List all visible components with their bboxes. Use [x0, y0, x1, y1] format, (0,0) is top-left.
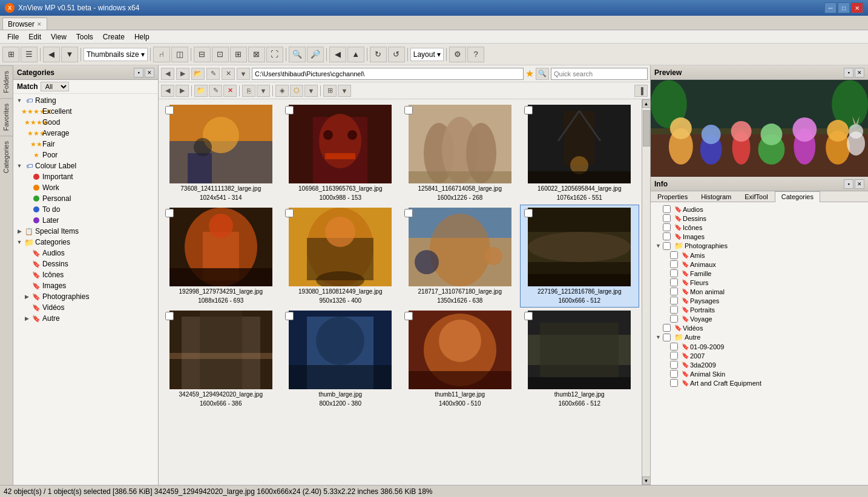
address-input[interactable] — [252, 68, 524, 80]
cat-01-09-2009[interactable]: 🔖 01-09-2009 — [653, 342, 866, 351]
cat-check-famille[interactable] — [670, 269, 678, 277]
thumb-check-4[interactable] — [524, 106, 533, 114]
tree-item-icones[interactable]: 🔖 Icônes — [13, 269, 158, 280]
thumb-cell-6[interactable]: 193080_1180812449_large.jpg 950x1326 - 4… — [281, 205, 401, 308]
tree-item-later[interactable]: Later — [13, 215, 158, 226]
tree-item-special[interactable]: ▶ 📋 Special Items — [13, 226, 158, 237]
nav-copy-drop[interactable]: ▼ — [257, 85, 270, 97]
cat-3da2009[interactable]: 🔖 3da2009 — [653, 360, 866, 369]
thumb-check-11[interactable] — [404, 312, 413, 320]
view-mode-2[interactable]: ⊡ — [212, 47, 229, 62]
expand-colour[interactable]: ▼ — [16, 163, 23, 169]
preview-close-btn[interactable]: ✕ — [855, 68, 864, 77]
cat-check-photographies[interactable] — [663, 242, 671, 250]
scroll-down-arrow[interactable]: ▼ — [642, 476, 651, 485]
nav-copy[interactable]: ⎘ — [242, 85, 255, 97]
zoom-out-button[interactable]: 🔍 — [289, 47, 306, 62]
info-close-btn[interactable]: ✕ — [855, 179, 864, 189]
cat-amis[interactable]: 🔖 Amis — [653, 251, 866, 260]
cat-check-amis[interactable] — [670, 251, 678, 259]
close-button[interactable]: ✕ — [851, 2, 863, 13]
expand-photographies[interactable]: ▶ — [23, 294, 30, 300]
thumb-cell-11[interactable]: thumb11_large.jpg 1400x900 - 510 — [400, 308, 520, 410]
menu-file[interactable]: File — [2, 31, 24, 42]
cat-check-videos[interactable] — [663, 324, 671, 332]
cat-images[interactable]: 🔖 Images — [653, 232, 866, 241]
thumb-check-10[interactable] — [285, 312, 294, 320]
help-button[interactable]: ? — [467, 47, 484, 62]
cat-expand-autre[interactable]: ▼ — [656, 334, 663, 340]
thumb-cell-9[interactable]: 342459_1294942020_large.jpg 1600x666 - 3… — [161, 308, 281, 410]
cat-paysages[interactable]: 🔖 Paysages — [653, 296, 866, 305]
cat-animaux[interactable]: 🔖 Animaux — [653, 260, 866, 269]
cat-check-monanimal[interactable] — [670, 288, 678, 295]
view-list-button[interactable]: ☰ — [21, 47, 38, 62]
expand-autre[interactable]: ▶ — [23, 315, 30, 321]
thumb-check-8[interactable] — [524, 209, 533, 217]
cat-check-autre[interactable] — [663, 334, 671, 341]
zoom-in-button[interactable]: 🔎 — [307, 47, 324, 62]
cat-check-paysages[interactable] — [670, 297, 678, 304]
thumb-cell-12[interactable]: thumb12_large.jpg 1600x666 - 512 — [520, 308, 640, 410]
view-mode-1[interactable]: ⊟ — [194, 47, 211, 62]
thumb-cell-1[interactable]: 73608_1241111382_large.jpg 1024x541 - 31… — [161, 102, 281, 205]
thumb-cell-5[interactable]: 192998_1279734291_large.jpg 1088x1626 - … — [161, 205, 281, 308]
thumb-cell-2[interactable]: 106968_1163965763_large.jpg 1000x988 - 1… — [281, 102, 401, 205]
tree-item-personal[interactable]: Personal — [13, 193, 158, 204]
tree-item-colour-label[interactable]: ▼ 🏷 Colour Label — [13, 160, 158, 171]
tab-properties[interactable]: Properties — [651, 191, 694, 202]
nav-filter2[interactable]: ⬡ — [290, 85, 303, 97]
tree-item-work[interactable]: Work — [13, 182, 158, 193]
browser-tab-close[interactable]: ✕ — [37, 21, 42, 27]
menu-help[interactable]: Help — [130, 31, 154, 42]
expand-special[interactable]: ▶ — [16, 228, 23, 234]
nav-up-button[interactable]: ▲ — [347, 47, 364, 62]
thumbnails-size-dropdown[interactable]: Thumbnails size ▾ — [84, 48, 148, 61]
cat-check-dessins[interactable] — [663, 214, 671, 222]
addr-back[interactable]: ◀ — [161, 68, 174, 80]
addr-delete[interactable]: ✕ — [222, 68, 235, 80]
nav-folder[interactable]: 📁 — [194, 85, 208, 97]
nav-panel-toggle[interactable]: ▐ — [634, 85, 648, 97]
nav-edit[interactable]: ✎ — [209, 85, 222, 97]
tree-item-dessins[interactable]: 🔖 Dessins — [13, 258, 158, 269]
forward-button-arrow[interactable]: ▼ — [61, 47, 78, 62]
tree-item-average[interactable]: ★★★ Average — [13, 128, 158, 139]
tree-item-autre[interactable]: ▶ 🔖 Autre — [13, 313, 158, 324]
tree-item-categories[interactable]: ▼ 📁 Categories — [13, 237, 158, 248]
browser-tab[interactable]: Browser ✕ — [2, 18, 47, 30]
tree-item-videos[interactable]: 🔖 Vidéos — [13, 302, 158, 313]
addr-forward[interactable]: ▶ — [176, 68, 189, 80]
fullscreen-button[interactable]: ⛶ — [266, 47, 283, 62]
cat-check-animal-skin[interactable] — [670, 370, 678, 378]
menu-edit[interactable]: Edit — [24, 31, 46, 42]
cat-famille[interactable]: 🔖 Famille — [653, 269, 866, 278]
expand-rating[interactable]: ▼ — [16, 97, 23, 104]
menu-create[interactable]: Create — [98, 31, 130, 42]
thumb-check-2[interactable] — [285, 106, 294, 114]
thumb-check-9[interactable] — [165, 312, 174, 320]
side-tab-folders[interactable]: Folders — [0, 65, 13, 98]
cat-check-voyage[interactable] — [670, 315, 678, 323]
thumb-check-7[interactable] — [404, 209, 413, 217]
cat-check-animaux[interactable] — [670, 260, 678, 268]
categories-panel-restore[interactable]: ▪ — [134, 68, 143, 77]
cat-autre[interactable]: ▼ 📁 Autre — [653, 332, 866, 342]
layout-dropdown[interactable]: Layout ▾ — [410, 48, 444, 61]
cat-photographies[interactable]: ▼ 📁 Photographies — [653, 241, 866, 251]
addr-folder-open[interactable]: 📂 — [191, 68, 205, 80]
refresh2-button[interactable]: ↺ — [388, 47, 405, 62]
maximize-button[interactable]: □ — [838, 2, 850, 13]
categories-panel-close[interactable]: ✕ — [145, 68, 154, 77]
tree-item-excellent[interactable]: ★★★★★ Excellent — [13, 106, 158, 117]
cat-check-2007[interactable] — [670, 352, 678, 360]
side-tab-favorites[interactable]: Favorites — [0, 98, 13, 136]
cat-check-icones[interactable] — [663, 223, 671, 231]
cat-check-01-09-2009[interactable] — [670, 343, 678, 351]
cat-check-portraits[interactable] — [670, 306, 678, 314]
back-button[interactable]: ◀ — [43, 47, 60, 62]
sort-button[interactable]: ⑁ — [153, 47, 170, 62]
tree-item-todo[interactable]: To do — [13, 204, 158, 215]
tree-item-good[interactable]: ★★★★ Good — [13, 117, 158, 128]
side-tab-categories[interactable]: Categories — [0, 136, 13, 178]
